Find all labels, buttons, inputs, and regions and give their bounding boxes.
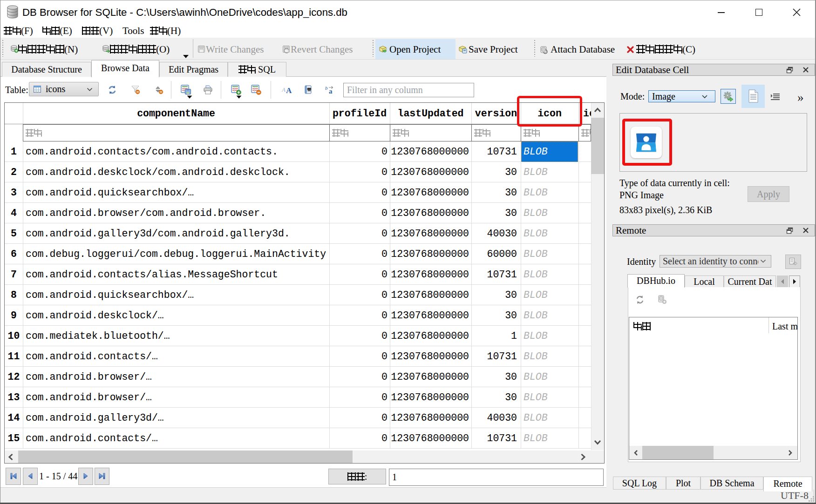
svg-text:b: b <box>325 86 328 91</box>
svg-text:A: A <box>282 86 286 93</box>
svg-text:A: A <box>286 86 292 94</box>
svg-text:a: a <box>329 87 333 94</box>
